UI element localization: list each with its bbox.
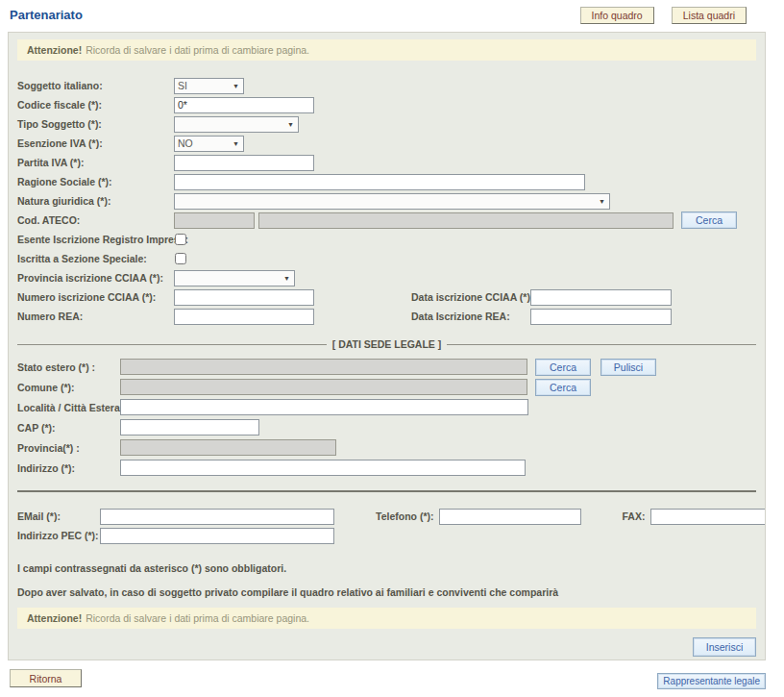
required-fields-note: I campi contrassegnati da asterisco (*) …	[9, 562, 765, 574]
provincia-cciaa-select[interactable]: ▼	[174, 270, 295, 286]
provincia-input	[120, 439, 336, 456]
form-panel: Attenzione!Ricorda di salvare i dati pri…	[8, 32, 766, 660]
row-numero-rea: Numero REA: Data Iscrizione REA:	[9, 307, 765, 326]
fax-label: FAX:	[622, 510, 645, 522]
localita-input[interactable]	[120, 399, 528, 415]
cod-ateco-code-input	[174, 212, 255, 229]
row-indirizzo: Indirizzo (*):	[9, 458, 765, 478]
page-title: Partenariato	[10, 8, 83, 22]
natura-giuridica-select[interactable]: ▼	[174, 193, 610, 210]
after-save-note: Dopo aver salvato, in caso di soggetto p…	[9, 586, 765, 598]
tipo-soggetto-label: Tipo Soggetto (*):	[17, 118, 174, 130]
chevron-down-icon: ▼	[233, 140, 239, 147]
numero-rea-label: Numero REA:	[17, 311, 174, 322]
row-cod-ateco: Cod. ATECO: Cerca	[9, 211, 765, 230]
pec-label: Indirizzo PEC (*):	[17, 530, 100, 541]
row-natura-giuridica: Natura giuridica (*): ▼	[9, 191, 765, 211]
data-rea-label: Data Iscrizione REA:	[411, 311, 530, 322]
email-input[interactable]	[100, 509, 334, 525]
row-iscritta-sezione: Iscritta a Sezione Speciale:	[9, 249, 765, 268]
chevron-down-icon: ▼	[283, 275, 290, 282]
comune-input	[120, 379, 527, 395]
esente-iscrizione-label: Esente Iscrizione Registro Imprese:	[17, 234, 174, 245]
esente-iscrizione-checkbox[interactable]	[175, 234, 186, 245]
selected-value: SI	[178, 80, 187, 91]
pec-input[interactable]	[100, 528, 334, 544]
row-pec: Indirizzo PEC (*):	[9, 526, 765, 545]
row-comune: Comune (*): Cerca	[9, 377, 765, 397]
cap-label: CAP (*):	[17, 422, 120, 434]
indirizzo-label: Indirizzo (*):	[17, 462, 120, 474]
fax-input[interactable]	[650, 509, 766, 525]
row-provincia-cciaa: Provincia iscrizione CCIAA (*): ▼	[9, 268, 765, 287]
warning-strong: Attenzione!	[27, 44, 82, 56]
warning-text: Ricorda di salvare i dati prima di cambi…	[86, 612, 309, 624]
divider-line	[17, 344, 327, 345]
selected-value: NO	[178, 137, 193, 149]
row-esenzione-iva: Esenzione IVA (*): NO ▼	[9, 134, 765, 153]
iscritta-sezione-checkbox[interactable]	[175, 253, 186, 264]
email-label: EMail (*):	[17, 510, 100, 522]
cod-ateco-label: Cod. ATECO:	[17, 214, 174, 226]
row-stato-estero: Stato estero (*) : Cerca Pulisci	[9, 357, 765, 377]
tipo-soggetto-select[interactable]: ▼	[174, 116, 299, 133]
indirizzo-input[interactable]	[120, 460, 526, 476]
ritorna-button[interactable]: Ritorna	[10, 669, 82, 687]
chevron-down-icon: ▼	[287, 121, 294, 128]
row-soggetto-italiano: Soggetto italiano: SI ▼	[9, 76, 765, 95]
footer-left: Ritorna	[10, 669, 82, 687]
numero-cciaa-label: Numero iscrizione CCIAA (*):	[17, 291, 174, 303]
comune-cerca-button[interactable]: Cerca	[535, 379, 591, 396]
save-warning-banner-bottom: Attenzione!Ricorda di salvare i dati pri…	[17, 608, 756, 629]
info-quadro-button[interactable]: Info quadro	[580, 7, 654, 24]
header-actions: Info quadro Lista quadri	[580, 7, 747, 24]
lista-quadri-button[interactable]: Lista quadri	[672, 7, 747, 24]
esenzione-iva-select[interactable]: NO ▼	[174, 136, 244, 152]
stato-estero-pulisci-button[interactable]: Pulisci	[600, 359, 656, 376]
iscritta-sezione-label: Iscritta a Sezione Speciale:	[17, 253, 174, 264]
data-cciaa-label: Data iscrizione CCIAA (*):	[411, 291, 530, 303]
ragione-sociale-input[interactable]	[174, 174, 585, 190]
partita-iva-label: Partita IVA (*):	[17, 157, 174, 168]
row-esente-iscrizione: Esente Iscrizione Registro Imprese:	[9, 230, 765, 249]
rappresentante-legale-button[interactable]: Rappresentante legale	[657, 673, 766, 689]
inserisci-button[interactable]: Inserisci	[693, 637, 756, 657]
cod-ateco-desc-input	[258, 212, 674, 229]
divider-line	[447, 344, 756, 345]
save-warning-banner: Attenzione!Ricorda di salvare i dati pri…	[17, 39, 756, 61]
cap-input[interactable]	[120, 419, 259, 436]
warning-strong: Attenzione!	[27, 612, 82, 624]
row-localita: Località / Città Estera:	[9, 397, 765, 417]
codice-fiscale-input[interactable]	[174, 97, 314, 113]
data-rea-input[interactable]	[530, 309, 672, 325]
row-provincia: Provincia(*) :	[9, 437, 765, 458]
esenzione-iva-label: Esenzione IVA (*):	[17, 137, 174, 149]
insert-action-row: Inserisci	[9, 637, 765, 657]
row-tipo-soggetto: Tipo Soggetto (*): ▼	[9, 114, 765, 134]
partita-iva-input[interactable]	[174, 155, 314, 171]
stato-estero-cerca-button[interactable]: Cerca	[535, 359, 591, 376]
localita-label: Località / Città Estera:	[17, 402, 120, 413]
section-title: [ DATI SEDE LEGALE ]	[327, 338, 448, 350]
row-cap: CAP (*):	[9, 417, 765, 437]
soggetto-italiano-label: Soggetto italiano:	[17, 80, 174, 91]
telefono-input[interactable]	[439, 509, 581, 525]
soggetto-italiano-select[interactable]: SI ▼	[174, 78, 244, 94]
data-cciaa-input[interactable]	[530, 289, 672, 306]
telefono-label: Telefono (*):	[376, 510, 433, 522]
cod-ateco-cerca-button[interactable]: Cerca	[681, 212, 737, 229]
sede-legale-fields: Stato estero (*) : Cerca Pulisci Comune …	[9, 357, 765, 478]
section-dati-sede-legale: [ DATI SEDE LEGALE ]	[17, 337, 756, 351]
provincia-label: Provincia(*) :	[17, 442, 120, 454]
chevron-down-icon: ▼	[233, 83, 239, 89]
stato-estero-label: Stato estero (*) :	[17, 361, 120, 373]
numero-rea-input[interactable]	[174, 309, 314, 325]
numero-cciaa-input[interactable]	[174, 289, 314, 306]
contact-fields: EMail (*): Telefono (*): FAX: Indirizzo …	[9, 507, 765, 545]
stato-estero-input	[120, 359, 527, 375]
footer-right: Rappresentante legale	[657, 673, 766, 689]
divider	[17, 490, 756, 492]
natura-giuridica-label: Natura giuridica (*):	[17, 195, 174, 207]
comune-label: Comune (*):	[17, 382, 120, 393]
row-partita-iva: Partita IVA (*):	[9, 153, 765, 172]
